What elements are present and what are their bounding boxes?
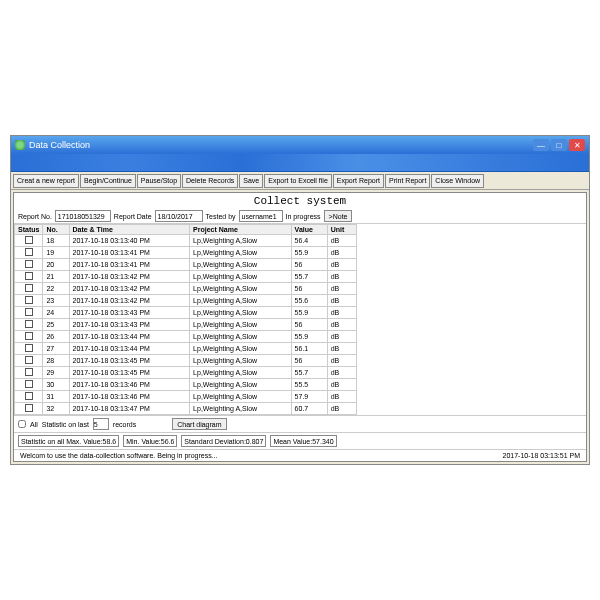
- save-button[interactable]: Save: [239, 174, 263, 188]
- row-checkbox-cell[interactable]: [15, 331, 43, 343]
- row-value: 55.5: [291, 379, 327, 391]
- row-datetime: 2017-10-18 03:13:47 PM: [69, 403, 190, 415]
- table-row[interactable]: 252017-10-18 03:13:43 PMLp,Weighting A,S…: [15, 319, 357, 331]
- export-report-button[interactable]: Export Report: [333, 174, 384, 188]
- row-no: 24: [43, 307, 69, 319]
- new-report-button[interactable]: Creat a new report: [13, 174, 79, 188]
- row-checkbox-cell[interactable]: [15, 355, 43, 367]
- row-project: Lp,Weighting A,Slow: [190, 355, 292, 367]
- row-datetime: 2017-10-18 03:13:42 PM: [69, 283, 190, 295]
- row-project: Lp,Weighting A,Slow: [190, 247, 292, 259]
- row-checkbox-cell[interactable]: [15, 391, 43, 403]
- table-row[interactable]: 222017-10-18 03:13:42 PMLp,Weighting A,S…: [15, 283, 357, 295]
- row-project: Lp,Weighting A,Slow: [190, 379, 292, 391]
- table-row[interactable]: 202017-10-18 03:13:41 PMLp,Weighting A,S…: [15, 259, 357, 271]
- row-checkbox-cell[interactable]: [15, 403, 43, 415]
- all-checkbox[interactable]: [18, 420, 26, 428]
- row-checkbox-cell[interactable]: [15, 295, 43, 307]
- row-checkbox-cell[interactable]: [15, 319, 43, 331]
- row-project: Lp,Weighting A,Slow: [190, 391, 292, 403]
- row-no: 30: [43, 379, 69, 391]
- col-project[interactable]: Project Name: [190, 225, 292, 235]
- row-datetime: 2017-10-18 03:13:41 PM: [69, 247, 190, 259]
- row-checkbox-cell[interactable]: [15, 343, 43, 355]
- col-datetime[interactable]: Date & Time: [69, 225, 190, 235]
- content-area: Collect system Report No. Report Date Te…: [13, 192, 587, 462]
- col-unit[interactable]: Unit: [327, 225, 356, 235]
- tested-by-input[interactable]: [239, 210, 283, 222]
- row-unit: dB: [327, 319, 356, 331]
- row-value: 55.7: [291, 271, 327, 283]
- window-title: Data Collection: [29, 140, 533, 150]
- print-button[interactable]: Print Report: [385, 174, 430, 188]
- row-datetime: 2017-10-18 03:13:42 PM: [69, 295, 190, 307]
- table-row[interactable]: 182017-10-18 03:13:40 PMLp,Weighting A,S…: [15, 235, 357, 247]
- table-row[interactable]: 212017-10-18 03:13:42 PMLp,Weighting A,S…: [15, 271, 357, 283]
- row-checkbox-cell[interactable]: [15, 259, 43, 271]
- row-checkbox-cell[interactable]: [15, 367, 43, 379]
- table-row[interactable]: 302017-10-18 03:13:46 PMLp,Weighting A,S…: [15, 379, 357, 391]
- row-checkbox-cell[interactable]: [15, 271, 43, 283]
- table-row[interactable]: 192017-10-18 03:13:41 PMLp,Weighting A,S…: [15, 247, 357, 259]
- row-datetime: 2017-10-18 03:13:40 PM: [69, 235, 190, 247]
- row-value: 55.9: [291, 247, 327, 259]
- row-checkbox-cell[interactable]: [15, 235, 43, 247]
- minimize-button[interactable]: —: [533, 139, 549, 151]
- row-checkbox-cell[interactable]: [15, 307, 43, 319]
- report-date-input[interactable]: [155, 210, 203, 222]
- table-row[interactable]: 232017-10-18 03:13:42 PMLp,Weighting A,S…: [15, 295, 357, 307]
- row-checkbox-cell[interactable]: [15, 247, 43, 259]
- row-no: 23: [43, 295, 69, 307]
- row-checkbox-cell[interactable]: [15, 283, 43, 295]
- background-blur-bar: [11, 154, 589, 172]
- row-unit: dB: [327, 355, 356, 367]
- row-unit: dB: [327, 271, 356, 283]
- table-row[interactable]: 262017-10-18 03:13:44 PMLp,Weighting A,S…: [15, 331, 357, 343]
- pause-button[interactable]: Pause/Stop: [137, 174, 181, 188]
- stats-row-values: Statistic on all Max. Value:58.6 Min. Va…: [14, 432, 586, 449]
- row-project: Lp,Weighting A,Slow: [190, 259, 292, 271]
- row-project: Lp,Weighting A,Slow: [190, 367, 292, 379]
- table-row[interactable]: 242017-10-18 03:13:43 PMLp,Weighting A,S…: [15, 307, 357, 319]
- row-datetime: 2017-10-18 03:13:44 PM: [69, 343, 190, 355]
- row-checkbox-cell[interactable]: [15, 379, 43, 391]
- table-row[interactable]: 272017-10-18 03:13:44 PMLp,Weighting A,S…: [15, 343, 357, 355]
- app-window: Data Collection — □ ✕ Creat a new report…: [10, 135, 590, 465]
- all-label: All: [30, 421, 38, 428]
- row-no: 31: [43, 391, 69, 403]
- begin-button[interactable]: Begin/Continue: [80, 174, 136, 188]
- col-no[interactable]: No.: [43, 225, 69, 235]
- col-value[interactable]: Value: [291, 225, 327, 235]
- close-window-button[interactable]: Close Window: [431, 174, 484, 188]
- maximize-button[interactable]: □: [551, 139, 567, 151]
- titlebar[interactable]: Data Collection — □ ✕: [11, 136, 589, 154]
- table-row[interactable]: 282017-10-18 03:13:45 PMLp,Weighting A,S…: [15, 355, 357, 367]
- row-unit: dB: [327, 247, 356, 259]
- report-no-input[interactable]: [55, 210, 111, 222]
- row-no: 29: [43, 367, 69, 379]
- stats-row-controls: All Statistic on last records Chart diag…: [14, 415, 586, 432]
- row-datetime: 2017-10-18 03:13:42 PM: [69, 271, 190, 283]
- row-unit: dB: [327, 295, 356, 307]
- export-excel-button[interactable]: Export to Excell file: [264, 174, 332, 188]
- row-no: 32: [43, 403, 69, 415]
- status-time: 2017-10-18 03:13:51 PM: [503, 452, 580, 459]
- close-button[interactable]: ✕: [569, 139, 585, 151]
- row-no: 26: [43, 331, 69, 343]
- last-n-input[interactable]: [93, 418, 109, 430]
- chart-button[interactable]: Chart diagram: [172, 418, 226, 430]
- stat-on-all-field: Statistic on all Max. Value:58.6: [18, 435, 119, 447]
- row-project: Lp,Weighting A,Slow: [190, 319, 292, 331]
- toolbar: Creat a new report Begin/Continue Pause/…: [11, 172, 589, 190]
- row-value: 56: [291, 355, 327, 367]
- table-row[interactable]: 322017-10-18 03:13:47 PMLp,Weighting A,S…: [15, 403, 357, 415]
- row-no: 19: [43, 247, 69, 259]
- note-button[interactable]: >Note: [324, 210, 353, 222]
- table-row[interactable]: 312017-10-18 03:13:46 PMLp,Weighting A,S…: [15, 391, 357, 403]
- delete-button[interactable]: Delete Records: [182, 174, 238, 188]
- table-row[interactable]: 292017-10-18 03:13:45 PMLp,Weighting A,S…: [15, 367, 357, 379]
- table-wrap: Status No. Date & Time Project Name Valu…: [14, 223, 586, 415]
- records-label: records: [113, 421, 136, 428]
- row-project: Lp,Weighting A,Slow: [190, 331, 292, 343]
- col-status[interactable]: Status: [15, 225, 43, 235]
